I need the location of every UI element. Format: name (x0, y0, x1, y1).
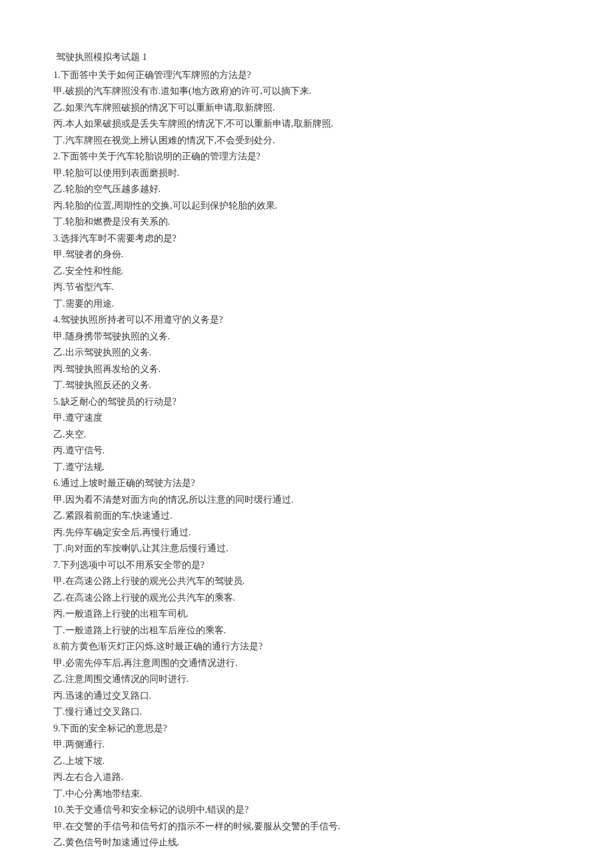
text-line: 7.下列选项中可以不用系安全带的是? (53, 557, 560, 574)
text-line: 丙.先停车确定安全后,再慢行通过. (53, 525, 560, 541)
text-line: 乙.夹空. (53, 427, 560, 443)
text-line: 甲.两侧通行. (53, 737, 560, 753)
text-line: 10.关于交通信号和安全标记的说明中,错误的是? (53, 802, 560, 819)
text-line: 6.通过上坡时最正确的驾驶方法是? (53, 475, 560, 492)
text-line: 5.缺乏耐心的驾驶员的行动是? (53, 394, 560, 411)
text-line: 甲.驾驶者的身份. (53, 247, 560, 263)
text-line: 乙.出示驾驶执照的义务. (53, 345, 560, 361)
text-line: 丙.一般道路上行驶的出租车司机. (53, 606, 560, 623)
text-line: 甲.必需先停车后,再注意周围的交通情况进行. (53, 655, 560, 672)
document-body: 1.下面答中关于如何正确管理汽车牌照的方法是?甲.破损的汽车牌照没有市.道知事(… (53, 67, 560, 851)
text-line: 丁.一般道路上行驶的出租车后座位的乘客. (53, 623, 560, 639)
text-line: 乙.注意周围交通情况的同时进行. (53, 671, 560, 688)
text-line: 丙.左右合入道路. (53, 769, 560, 786)
text-line: 9.下面的安全标记的意思是? (53, 721, 560, 737)
text-line: 丙.迅速的通过交叉路口. (53, 688, 560, 705)
document-title: 驾驶执照模拟考试题 1 (53, 49, 560, 66)
text-line: 乙.上坡下坡. (53, 753, 560, 770)
text-line: 丁.中心分离地带结束. (53, 786, 560, 803)
text-line: 丁.轮胎和燃费是没有关系的. (53, 214, 560, 231)
text-line: 乙.在高速公路上行驶的观光公共汽车的乘客. (53, 590, 560, 607)
text-line: 2.下面答中关于汽车轮胎说明的正确的管理方法是? (53, 149, 560, 165)
text-line: 丙.节省型汽车. (53, 279, 560, 296)
text-line: 丙.遵守信号. (53, 443, 560, 459)
text-line: 甲.轮胎可以使用到表面磨损时. (53, 165, 560, 182)
text-line: 8.前方黄色渐灭灯正闪烁,这时最正确的通行方法是? (53, 639, 560, 655)
text-line: 乙.黄色信号时加速通过停止线. (53, 835, 560, 851)
text-line: 甲.在高速公路上行驶的观光公共汽车的驾驶员. (53, 573, 560, 590)
text-line: 4.驾驶执照所持者可以不用遵守的义务是? (53, 312, 560, 329)
text-line: 丁.慢行通过交叉路口. (53, 704, 560, 721)
text-line: 甲.在交警的手信号和信号灯的指示不一样的时候,要服从交警的手信号. (53, 819, 560, 835)
text-line: 1.下面答中关于如何正确管理汽车牌照的方法是? (53, 67, 560, 84)
text-line: 甲.因为看不清楚对面方向的情况,所以注意的同时缓行通过. (53, 492, 560, 509)
text-line: 甲.遵守速度 (53, 410, 560, 427)
text-line: 丁.向对面的车按喇叭,让其注意后慢行通过. (53, 541, 560, 557)
text-line: 丁.驾驶执照反还的义务. (53, 377, 560, 394)
text-line: 乙.安全性和性能. (53, 263, 560, 280)
text-line: 甲.随身携带驾驶执照的义务. (53, 329, 560, 345)
text-line: 丁.遵守法规. (53, 459, 560, 476)
text-line: 丙.轮胎的位置,周期性的交换,可以起到保护轮胎的效果. (53, 198, 560, 215)
text-line: 3.选择汽车时不需要考虑的是? (53, 231, 560, 247)
text-line: 乙.轮胎的空气压越多越好. (53, 181, 560, 198)
text-line: 丙.驾驶执照再发给的义务. (53, 361, 560, 378)
text-line: 丙.本人如果破损或是丢失车牌照的情况下,不可以重新申请,取新牌照. (53, 116, 560, 133)
text-line: 甲.破损的汽车牌照没有市.道知事(地方政府)的许可,可以摘下来. (53, 83, 560, 100)
text-line: 丁.汽车牌照在视觉上辨认困难的情况下,不会受到处分. (53, 133, 560, 149)
text-line: 乙.紧跟着前面的车,快速通过. (53, 508, 560, 525)
text-line: 乙.如果汽车牌照破损的情况下可以重新申请,取新牌照. (53, 100, 560, 117)
text-line: 丁.需要的用途. (53, 296, 560, 313)
